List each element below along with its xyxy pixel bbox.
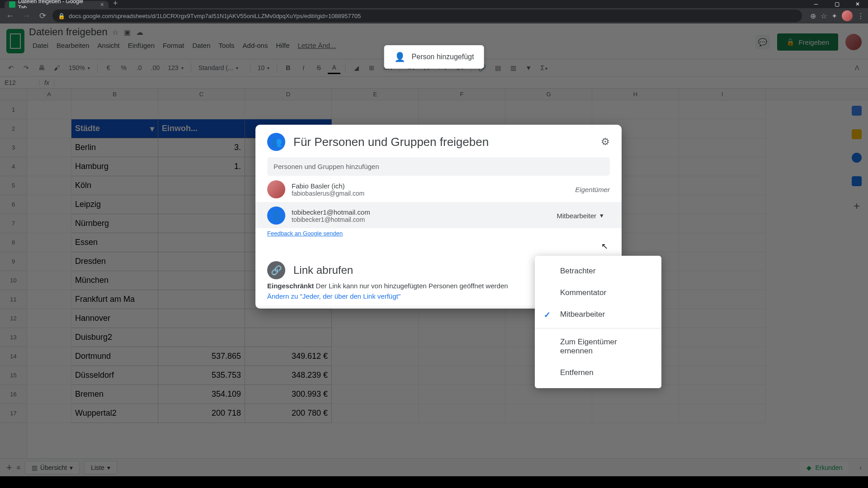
add-people-placeholder: Personen und Gruppen hinzufügen <box>274 163 379 170</box>
avatar <box>267 180 285 198</box>
feedback-link[interactable]: Feedback an Google senden <box>267 230 343 237</box>
person-row-owner: Fabio Basler (ich) fabiobaslerus@gmail.c… <box>267 176 610 202</box>
role-option-editor[interactable]: Mitbearbeiter <box>535 304 661 325</box>
link-icon: 🔗 <box>267 261 285 279</box>
chrome-menu-icon[interactable]: ⋮ <box>857 12 864 20</box>
role-option-viewer[interactable]: Betrachter <box>535 260 661 282</box>
bookmark-icon[interactable]: ☆ <box>821 12 827 20</box>
reload-button[interactable]: ⟳ <box>36 9 49 22</box>
avatar: 👤 <box>267 206 285 225</box>
forward-button[interactable]: → <box>20 9 33 22</box>
close-tab-icon[interactable]: × <box>100 1 104 8</box>
profile-avatar[interactable] <box>842 10 853 21</box>
browser-tab[interactable]: Dateien freigeben - Google Tab... × <box>5 1 108 8</box>
close-window-button[interactable]: ✕ <box>847 0 868 8</box>
lock-icon: 🔒 <box>58 13 65 19</box>
chevron-down-icon: ▾ <box>600 211 604 220</box>
maximize-button[interactable]: ▢ <box>826 0 847 8</box>
person-email: tobibecker1@hotmail.com <box>292 216 544 223</box>
share-dialog-title: Für Personen und Gruppen freigeben <box>293 135 593 149</box>
settings-gear-icon[interactable]: ⚙ <box>601 136 610 148</box>
address-bar[interactable]: 🔒 docs.google.com/spreadsheets/d/1L0CRXr… <box>52 9 802 22</box>
person-role-owner: Eigentümer <box>575 186 610 193</box>
role-option-commenter[interactable]: Kommentator <box>535 282 661 304</box>
person-email: fabiobaslerus@gmail.com <box>292 190 569 197</box>
person-name: Fabio Basler (ich) <box>292 182 569 190</box>
people-icon: 👥 <box>267 133 285 151</box>
role-option-make-owner[interactable]: Zum Eigentümer ernennen <box>535 331 661 362</box>
minimize-button[interactable]: ─ <box>806 0 826 8</box>
change-link-access[interactable]: Ändern zu "Jeder, der über den Link verf… <box>267 292 401 300</box>
url-text: docs.google.com/spreadsheets/d/1L0CRXrgx… <box>69 13 361 19</box>
toast-text: Person hinzugefügt <box>412 53 474 61</box>
person-add-icon: 👤 <box>394 52 406 62</box>
extensions-icon[interactable]: ✦ <box>831 12 837 20</box>
restricted-label: Eingeschränkt <box>267 282 314 290</box>
role-label: Mitbearbeiter <box>557 212 596 220</box>
toast-notification: 👤 Person hinzugefügt <box>384 45 484 69</box>
new-tab-button[interactable]: + <box>113 0 118 8</box>
role-menu: Betrachter Kommentator Mitbearbeiter Zum… <box>535 256 661 388</box>
browser-chrome: Dateien freigeben - Google Tab... × + ─ … <box>0 0 868 23</box>
role-option-remove[interactable]: Entfernen <box>535 362 661 384</box>
get-link-title: Link abrufen <box>293 264 353 277</box>
add-people-input[interactable]: Personen und Gruppen hinzufügen <box>267 157 610 176</box>
sheets-favicon <box>9 1 15 8</box>
person-row-editor: 👤 tobibecker1@hotmail.com tobibecker1@ho… <box>255 202 622 228</box>
person-name: tobibecker1@hotmail.com <box>292 208 544 216</box>
zoom-icon[interactable]: ⊕ <box>810 12 816 20</box>
back-button[interactable]: ← <box>4 9 16 22</box>
role-dropdown-button[interactable]: Mitbearbeiter ▾ <box>550 208 610 223</box>
